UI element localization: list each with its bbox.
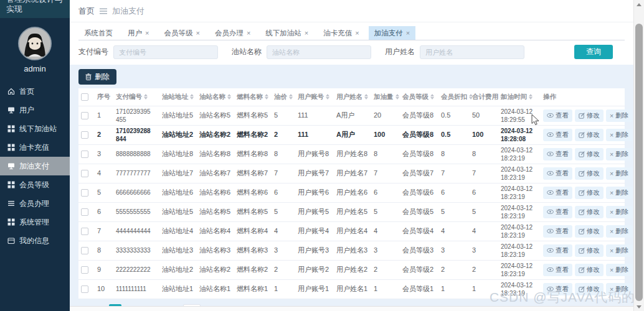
tab-close-icon[interactable]: × (196, 29, 199, 37)
sort-icon[interactable] (395, 94, 399, 100)
edit-button[interactable]: 修改 (575, 148, 604, 160)
delete-button[interactable]: ×删除 (606, 167, 632, 180)
bulk-delete-button[interactable]: 删除 (78, 69, 116, 85)
sidebar-item-home[interactable]: 首页 (0, 82, 70, 101)
sidebar-item-system[interactable]: 系统管理 (0, 213, 70, 231)
column-header-price[interactable]: 油价 (272, 88, 295, 106)
tab-4[interactable]: 线下加油站× (260, 26, 314, 40)
delete-button[interactable]: ×删除 (606, 244, 632, 257)
cell-seq: 1 (95, 106, 113, 125)
scrollbar-thumb[interactable] (635, 24, 643, 301)
row-checkbox[interactable] (81, 151, 88, 158)
view-button[interactable]: 查看 (543, 244, 572, 257)
vertical-scrollbar[interactable] (633, 0, 644, 311)
sort-icon[interactable] (144, 94, 148, 100)
hamburger-icon[interactable] (100, 8, 107, 14)
cell-level: 会员等级7 (400, 164, 438, 183)
cell-account: 用户账号6 (295, 183, 334, 202)
tab-close-icon[interactable]: × (145, 29, 149, 37)
delete-button[interactable]: ×删除 (606, 264, 632, 276)
tab-0[interactable]: 系统首页 (78, 26, 118, 40)
sort-icon[interactable] (430, 94, 434, 100)
view-button[interactable]: 查看 (543, 187, 572, 199)
breadcrumb-home[interactable]: 首页 (78, 6, 95, 17)
column-header-name[interactable]: 用户姓名 (334, 88, 371, 106)
column-header-fuel[interactable]: 燃料名称 (234, 88, 272, 106)
view-button[interactable]: 查看 (543, 225, 572, 238)
view-button[interactable]: 查看 (543, 129, 572, 141)
column-header-total[interactable]: 合计费用 (470, 88, 498, 106)
sidebar-item-refuel-pay[interactable]: 加油支付 (0, 157, 70, 175)
delete-button[interactable]: ×删除 (606, 206, 632, 218)
row-checkbox[interactable] (81, 131, 88, 139)
column-header-station[interactable]: 油站名称 (197, 88, 234, 106)
user-name-input[interactable] (420, 45, 524, 59)
column-header-level[interactable]: 会员等级 (400, 88, 438, 106)
row-checkbox[interactable] (81, 285, 88, 293)
sidebar-item-offline-station[interactable]: 线下加油站 (0, 119, 70, 138)
tab-close-icon[interactable]: × (355, 29, 359, 37)
sidebar-item-member-level[interactable]: 会员等级 (0, 175, 70, 194)
tab-3[interactable]: 会员办理× (209, 26, 256, 40)
delete-button[interactable]: ×删除 (606, 225, 632, 238)
sort-icon[interactable] (529, 94, 533, 100)
edit-button[interactable]: 修改 (575, 264, 604, 276)
tab-close-icon[interactable]: × (406, 29, 410, 37)
tab-close-icon[interactable]: × (305, 29, 308, 37)
row-checkbox[interactable] (81, 112, 88, 119)
pay-no-input[interactable] (113, 45, 218, 59)
tab-1[interactable]: 用户× (122, 26, 154, 40)
column-header-pay_no[interactable]: 支付编号 (113, 88, 159, 106)
edit-button[interactable]: 修改 (575, 206, 604, 218)
edit-button[interactable]: 修改 (575, 187, 604, 199)
row-checkbox[interactable] (81, 247, 88, 254)
view-button[interactable]: 查看 (543, 109, 572, 122)
sidebar-item-my-info[interactable]: 我的信息 (0, 231, 70, 250)
row-checkbox[interactable] (81, 208, 88, 216)
sort-icon[interactable] (326, 94, 329, 100)
edit-button[interactable]: 修改 (575, 167, 604, 180)
avatar[interactable] (18, 27, 52, 60)
scroll-up-icon[interactable] (634, 0, 644, 9)
sort-icon[interactable] (227, 94, 231, 100)
view-button[interactable]: 查看 (543, 167, 572, 180)
delete-button[interactable]: ×删除 (606, 148, 632, 160)
select-all-checkbox[interactable] (81, 93, 88, 101)
tab-5[interactable]: 油卡充值× (318, 26, 364, 40)
edit-button[interactable]: 修改 (575, 225, 604, 238)
view-button[interactable]: 查看 (543, 206, 572, 218)
delete-button[interactable]: ×删除 (606, 129, 632, 141)
column-header-discount[interactable]: 会员折扣 (438, 88, 470, 106)
tab-close-icon[interactable]: × (247, 29, 250, 37)
cell-actions: 查看修改×删除 (541, 106, 625, 125)
scroll-down-icon[interactable] (634, 302, 644, 311)
tab-6[interactable]: 加油支付× (369, 26, 415, 40)
sidebar-item-member-service[interactable]: 会员办理 (0, 194, 70, 213)
view-button[interactable]: 查看 (543, 264, 572, 276)
delete-button[interactable]: ×删除 (606, 109, 632, 122)
query-button[interactable]: 查询 (574, 45, 613, 59)
row-checkbox[interactable] (81, 228, 88, 235)
tab-2[interactable]: 会员等级× (158, 26, 205, 40)
row-checkbox[interactable] (81, 189, 88, 197)
sidebar-item-fuel-card[interactable]: 油卡充值 (0, 138, 70, 157)
sort-icon[interactable] (265, 94, 268, 100)
sort-icon[interactable] (364, 94, 368, 100)
delete-button[interactable]: ×删除 (606, 187, 632, 199)
column-header-time[interactable]: 加油时间 (498, 88, 541, 106)
edit-button[interactable]: 修改 (575, 244, 604, 257)
column-header-address[interactable]: 油站地址 (159, 88, 197, 106)
sort-icon[interactable] (190, 94, 194, 100)
sidebar-item-user[interactable]: 用户 (0, 101, 70, 119)
station-name-input[interactable] (267, 45, 371, 59)
column-header-account[interactable]: 用户账号 (295, 88, 334, 106)
table-row: 56666666666油站地址6油站名称6燃料名称66用户账号6用户姓名66会员… (78, 183, 625, 202)
row-checkbox[interactable] (81, 170, 88, 177)
view-button[interactable]: 查看 (543, 148, 572, 160)
edit-button[interactable]: 修改 (575, 109, 604, 122)
edit-button[interactable]: 修改 (575, 129, 604, 141)
sort-icon[interactable] (289, 94, 293, 100)
column-header-amount[interactable]: 加油量 (371, 88, 400, 106)
edit-icon (579, 267, 585, 273)
row-checkbox[interactable] (81, 266, 88, 274)
